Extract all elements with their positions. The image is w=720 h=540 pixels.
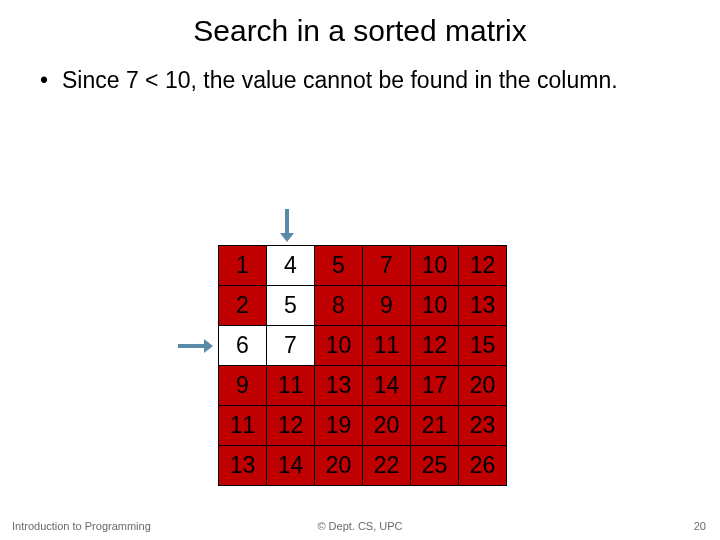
matrix-cell: 25 xyxy=(411,446,459,486)
matrix-cell: 11 xyxy=(219,406,267,446)
matrix-cell: 11 xyxy=(363,326,411,366)
table-row: 91113141720 xyxy=(219,366,507,406)
bullet-dot: • xyxy=(40,66,62,95)
matrix-cell: 10 xyxy=(315,326,363,366)
matrix-cell: 2 xyxy=(219,286,267,326)
table-row: 25891013 xyxy=(219,286,507,326)
matrix-cell: 12 xyxy=(267,406,315,446)
table-row: 14571012 xyxy=(219,246,507,286)
matrix-cell: 14 xyxy=(267,446,315,486)
matrix-cell: 10 xyxy=(411,246,459,286)
slide-title: Search in a sorted matrix xyxy=(0,0,720,48)
matrix-cell: 26 xyxy=(459,446,507,486)
matrix-cell: 6 xyxy=(219,326,267,366)
matrix-cell: 22 xyxy=(363,446,411,486)
footer-page-number: 20 xyxy=(694,520,706,532)
matrix-cell: 5 xyxy=(315,246,363,286)
bullet-content: Since 7 < 10, the value cannot be found … xyxy=(62,67,618,93)
matrix-cell: 4 xyxy=(267,246,315,286)
table-row: 6710111215 xyxy=(219,326,507,366)
matrix-cell: 17 xyxy=(411,366,459,406)
matrix-container: 1457101225891013671011121591113141720111… xyxy=(218,245,507,486)
table-row: 131420222526 xyxy=(219,446,507,486)
table-row: 111219202123 xyxy=(219,406,507,446)
matrix-cell: 20 xyxy=(315,446,363,486)
matrix-cell: 7 xyxy=(267,326,315,366)
matrix-cell: 21 xyxy=(411,406,459,446)
matrix-cell: 12 xyxy=(411,326,459,366)
bullet-text: •Since 7 < 10, the value cannot be found… xyxy=(0,48,720,95)
matrix-cell: 5 xyxy=(267,286,315,326)
matrix-cell: 7 xyxy=(363,246,411,286)
matrix-cell: 20 xyxy=(363,406,411,446)
matrix-cell: 8 xyxy=(315,286,363,326)
matrix-cell: 23 xyxy=(459,406,507,446)
matrix-cell: 1 xyxy=(219,246,267,286)
matrix-cell: 13 xyxy=(315,366,363,406)
footer-center: © Dept. CS, UPC xyxy=(0,520,720,532)
matrix-table: 1457101225891013671011121591113141720111… xyxy=(218,245,507,486)
matrix-cell: 14 xyxy=(363,366,411,406)
matrix-cell: 12 xyxy=(459,246,507,286)
matrix-cell: 15 xyxy=(459,326,507,366)
matrix-cell: 11 xyxy=(267,366,315,406)
matrix-cell: 13 xyxy=(459,286,507,326)
matrix-cell: 9 xyxy=(363,286,411,326)
matrix-cell: 19 xyxy=(315,406,363,446)
matrix-cell: 20 xyxy=(459,366,507,406)
arrow-down-icon xyxy=(285,209,289,233)
arrow-right-icon xyxy=(178,344,204,348)
matrix-cell: 9 xyxy=(219,366,267,406)
matrix-cell: 10 xyxy=(411,286,459,326)
matrix-cell: 13 xyxy=(219,446,267,486)
